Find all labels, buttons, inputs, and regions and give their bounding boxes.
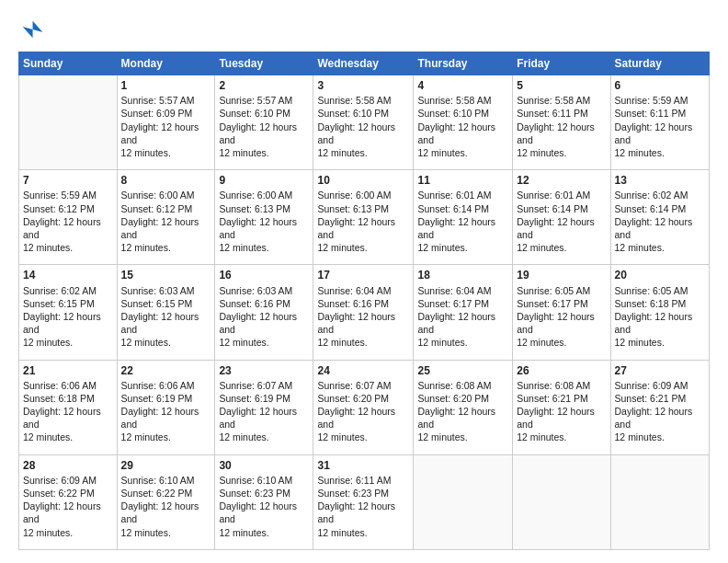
sunset-text: Sunset: 6:12 PM: [121, 203, 193, 214]
daylight-text: Daylight: 12 hours and: [615, 216, 693, 240]
calendar-header-row: SundayMondayTuesdayWednesdayThursdayFrid…: [19, 52, 710, 75]
daylight-text-2: 12 minutes.: [317, 527, 367, 538]
sunset-text: Sunset: 6:14 PM: [615, 203, 687, 214]
calendar-cell: 1Sunrise: 5:57 AMSunset: 6:09 PMDaylight…: [117, 75, 215, 170]
sunset-text: Sunset: 6:16 PM: [317, 298, 389, 309]
daylight-text: Daylight: 12 hours and: [317, 406, 395, 430]
calendar-cell: 15Sunrise: 6:03 AMSunset: 6:15 PMDayligh…: [117, 265, 215, 360]
calendar-cell: 21Sunrise: 6:06 AMSunset: 6:18 PMDayligh…: [19, 360, 118, 454]
daylight-text-2: 12 minutes.: [121, 431, 171, 442]
col-header-saturday: Saturday: [610, 52, 709, 75]
day-number: 2: [219, 78, 309, 93]
sunset-text: Sunset: 6:13 PM: [317, 203, 389, 214]
sunset-text: Sunset: 6:12 PM: [23, 203, 95, 214]
sunrise-text: Sunrise: 6:02 AM: [615, 190, 688, 201]
sunset-text: Sunset: 6:23 PM: [317, 488, 389, 499]
sunset-text: Sunset: 6:22 PM: [23, 488, 95, 499]
calendar-cell: 10Sunrise: 6:00 AMSunset: 6:13 PMDayligh…: [313, 170, 414, 265]
daylight-text: Daylight: 12 hours and: [517, 121, 595, 145]
day-number: 31: [317, 458, 409, 473]
daylight-text: Daylight: 12 hours and: [417, 406, 495, 430]
day-number: 10: [317, 173, 409, 188]
sunrise-text: Sunrise: 5:57 AM: [121, 95, 195, 106]
sunset-text: Sunset: 6:18 PM: [23, 393, 95, 404]
calendar-cell: 8Sunrise: 6:00 AMSunset: 6:12 PMDaylight…: [117, 170, 215, 265]
day-number: 29: [121, 458, 211, 473]
day-number: 19: [517, 268, 606, 282]
day-number: 14: [23, 268, 113, 282]
col-header-thursday: Thursday: [414, 52, 513, 75]
daylight-text: Daylight: 12 hours and: [517, 311, 595, 335]
day-number: 15: [121, 268, 211, 282]
day-number: 17: [317, 268, 409, 282]
daylight-text-2: 12 minutes.: [615, 242, 665, 253]
daylight-text-2: 12 minutes.: [23, 527, 73, 538]
day-number: 22: [121, 363, 211, 378]
daylight-text: Daylight: 12 hours and: [219, 311, 297, 335]
calendar-cell: 4Sunrise: 5:58 AMSunset: 6:10 PMDaylight…: [414, 75, 513, 170]
daylight-text-2: 12 minutes.: [517, 242, 566, 253]
daylight-text: Daylight: 12 hours and: [317, 500, 395, 524]
sunrise-text: Sunrise: 6:01 AM: [517, 190, 590, 201]
sunset-text: Sunset: 6:17 PM: [517, 298, 588, 309]
calendar-cell: 17Sunrise: 6:04 AMSunset: 6:16 PMDayligh…: [313, 265, 414, 360]
daylight-text: Daylight: 12 hours and: [219, 500, 297, 524]
daylight-text: Daylight: 12 hours and: [219, 216, 297, 240]
daylight-text-2: 12 minutes.: [417, 147, 467, 158]
sunrise-text: Sunrise: 6:08 AM: [517, 380, 590, 391]
daylight-text-2: 12 minutes.: [23, 242, 73, 253]
daylight-text: Daylight: 12 hours and: [417, 121, 495, 145]
sunrise-text: Sunrise: 6:10 AM: [121, 475, 195, 486]
sunrise-text: Sunrise: 5:59 AM: [23, 190, 97, 201]
daylight-text-2: 12 minutes.: [219, 337, 268, 348]
calendar-cell: 12Sunrise: 6:01 AMSunset: 6:14 PMDayligh…: [513, 170, 610, 265]
calendar-cell: [19, 75, 118, 170]
calendar-cell: 25Sunrise: 6:08 AMSunset: 6:20 PMDayligh…: [414, 360, 513, 454]
daylight-text: Daylight: 12 hours and: [417, 311, 495, 335]
daylight-text-2: 12 minutes.: [417, 337, 467, 348]
sunrise-text: Sunrise: 6:06 AM: [23, 380, 97, 391]
day-number: 11: [417, 173, 508, 188]
daylight-text-2: 12 minutes.: [121, 242, 171, 253]
day-number: 24: [317, 363, 409, 378]
logo-icon: [18, 17, 44, 42]
sunset-text: Sunset: 6:13 PM: [219, 203, 290, 214]
sunrise-text: Sunrise: 6:09 AM: [23, 475, 97, 486]
sunset-text: Sunset: 6:14 PM: [417, 203, 489, 214]
daylight-text: Daylight: 12 hours and: [517, 406, 595, 430]
calendar-cell: 13Sunrise: 6:02 AMSunset: 6:14 PMDayligh…: [610, 170, 709, 265]
col-header-wednesday: Wednesday: [313, 52, 414, 75]
sunrise-text: Sunrise: 6:00 AM: [219, 190, 292, 201]
calendar-cell: 19Sunrise: 6:05 AMSunset: 6:17 PMDayligh…: [513, 265, 610, 360]
day-number: 4: [417, 78, 508, 93]
sunrise-text: Sunrise: 5:57 AM: [219, 95, 292, 106]
sunset-text: Sunset: 6:15 PM: [23, 298, 95, 309]
sunset-text: Sunset: 6:21 PM: [615, 393, 687, 404]
col-header-friday: Friday: [513, 52, 610, 75]
daylight-text: Daylight: 12 hours and: [417, 216, 495, 240]
day-number: 5: [517, 78, 606, 93]
daylight-text-2: 12 minutes.: [517, 431, 566, 442]
sunset-text: Sunset: 6:20 PM: [417, 393, 489, 404]
daylight-text-2: 12 minutes.: [317, 147, 367, 158]
daylight-text-2: 12 minutes.: [615, 147, 665, 158]
sunrise-text: Sunrise: 6:10 AM: [219, 475, 292, 486]
sunrise-text: Sunrise: 5:58 AM: [317, 95, 391, 106]
calendar-week-row: 14Sunrise: 6:02 AMSunset: 6:15 PMDayligh…: [19, 265, 710, 360]
sunset-text: Sunset: 6:23 PM: [219, 488, 290, 499]
day-number: 23: [219, 363, 309, 378]
sunrise-text: Sunrise: 6:08 AM: [417, 380, 491, 391]
daylight-text: Daylight: 12 hours and: [23, 311, 101, 335]
calendar-cell: 23Sunrise: 6:07 AMSunset: 6:19 PMDayligh…: [215, 360, 313, 454]
daylight-text-2: 12 minutes.: [219, 431, 268, 442]
calendar-cell: 11Sunrise: 6:01 AMSunset: 6:14 PMDayligh…: [414, 170, 513, 265]
page: SundayMondayTuesdayWednesdayThursdayFrid…: [0, 0, 728, 563]
calendar-cell: 20Sunrise: 6:05 AMSunset: 6:18 PMDayligh…: [610, 265, 709, 360]
daylight-text-2: 12 minutes.: [615, 337, 665, 348]
calendar-cell: 3Sunrise: 5:58 AMSunset: 6:10 PMDaylight…: [313, 75, 414, 170]
daylight-text-2: 12 minutes.: [615, 431, 665, 442]
sunrise-text: Sunrise: 6:07 AM: [219, 380, 292, 391]
sunset-text: Sunset: 6:18 PM: [615, 298, 687, 309]
sunrise-text: Sunrise: 6:00 AM: [121, 190, 195, 201]
day-number: 1: [121, 78, 211, 93]
